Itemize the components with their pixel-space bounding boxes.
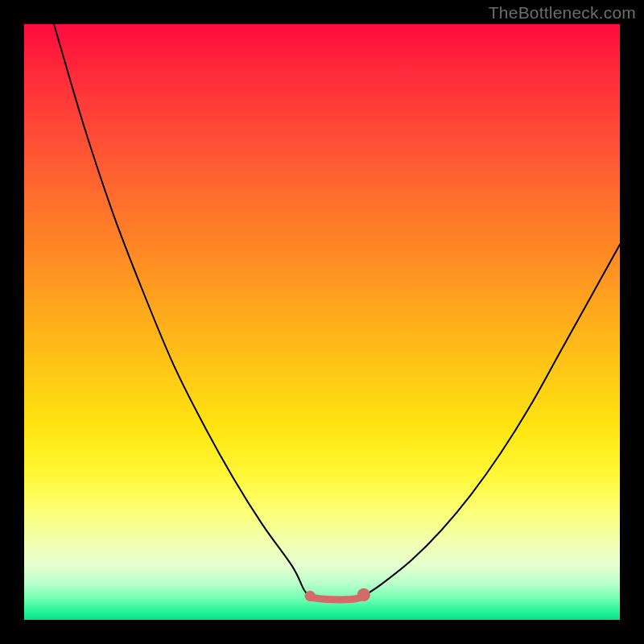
- valley-segment: [310, 596, 364, 600]
- valley-marker-0: [305, 591, 316, 601]
- plot-area: [24, 24, 620, 620]
- left-curve: [54, 24, 310, 596]
- right-curve: [364, 245, 620, 597]
- chart-stage: TheBottleneck.com: [0, 0, 644, 644]
- watermark-text: TheBottleneck.com: [489, 3, 636, 23]
- valley-marker-1: [357, 588, 370, 601]
- plot-svg: [24, 24, 620, 620]
